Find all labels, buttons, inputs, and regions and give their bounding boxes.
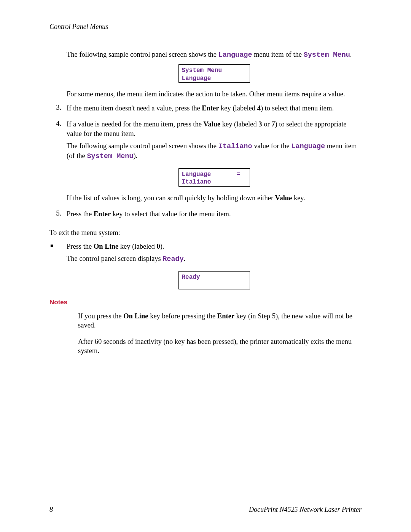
display-box-2: Language = Italiano [178,168,250,187]
key-value: Value [204,120,221,128]
bullet-body: Press the On Line key (labeled 0). The c… [67,242,362,267]
key-4: 4 [257,104,261,112]
page-footer: 8 DocuPrint N4525 Network Laser Printer [49,506,362,514]
key-online: On Line [94,243,118,250]
page-number: 8 [49,506,53,514]
box-line: System Menu [182,67,222,74]
box-line: Language [182,75,211,82]
paragraph: For some menus, the menu item indicates … [67,89,362,99]
running-header: Control Panel Menus [49,23,362,31]
text: key (labeled [219,104,257,112]
text: If a value is needed for the menu item, … [67,120,204,128]
note-1: If you press the On Line key before pres… [67,312,362,330]
key-value: Value [275,194,292,202]
display-box-1: System Menu Language [178,64,250,83]
text: The following sample control panel scree… [67,142,218,150]
text: Press the [67,243,94,250]
key-online: On Line [123,312,148,320]
text: menu item of the [252,51,304,58]
text: If you press the [78,312,123,320]
key-enter: Enter [94,210,111,218]
term-language: Language [291,142,325,150]
text: ). [160,243,164,250]
text: ). [134,152,138,160]
text: The following sample control panel scree… [67,141,362,161]
text: ) to select that menu item. [261,104,334,112]
term-system-menu: System Menu [304,51,350,59]
text: . [184,255,186,262]
text: If the menu item doesn't need a value, p… [67,104,202,112]
term-system-menu: System Menu [87,152,133,160]
bullet-item: ■ Press the On Line key (labeled 0). The… [67,242,362,267]
note-2: After 60 seconds of inactivity (no key h… [67,337,362,356]
text: key. [292,194,305,202]
box-line: Italiano [182,179,211,185]
exit-section: To exit the menu system: ■ Press the On … [49,228,362,267]
step-number: 4. [49,120,67,165]
text: Press the [67,210,94,218]
step-body: If the list of values is long, you can s… [67,193,362,206]
exit-intro: To exit the menu system: [49,228,362,237]
footer-title: DocuPrint N4525 Network Laser Printer [249,506,362,514]
text: If the list of values is long, you can s… [67,194,275,202]
text: If a value is needed for the menu item, … [67,120,362,138]
intro-paragraph: The following sample control panel scree… [67,50,362,60]
text: key before pressing the [148,312,217,320]
bullet-icon: ■ [49,242,67,267]
text: The control panel screen displays Ready. [67,254,362,264]
key-7: 7 [271,120,275,128]
text: key to select that value for the menu it… [111,210,231,218]
text: Press the On Line key (labeled 0). [67,242,362,251]
step-3: 3. If the menu item doesn't need a value… [67,104,362,116]
main-content: The following sample control panel scree… [49,50,362,356]
step-4-continued: If the list of values is long, you can s… [67,193,362,206]
step-body: If a value is needed for the menu item, … [67,120,362,165]
display-box-3: Ready [178,271,250,289]
text: key (labeled [220,120,258,128]
text: value for the [252,142,292,150]
step-number: 3. [49,104,67,116]
step-5: 5. Press the Enter key to select that va… [67,209,362,222]
text: key (labeled [118,243,156,250]
text: Press the Enter key to select that value… [67,209,362,219]
step-4: 4. If a value is needed for the menu ite… [67,120,362,165]
text: If the list of values is long, you can s… [67,193,362,203]
text: If the menu item doesn't need a value, p… [67,104,362,113]
text: . [350,51,352,58]
term-language: Language [218,51,252,59]
term-italiano: Italiano [218,142,252,150]
spacer [49,193,67,206]
step-body: Press the Enter key to select that value… [67,209,362,222]
box-line: Language = [182,171,241,178]
key-enter: Enter [202,104,219,112]
key-0: 0 [156,243,160,250]
term-ready: Ready [162,255,184,263]
key-enter: Enter [217,312,234,320]
text: The control panel screen displays [67,255,162,262]
notes-heading: Notes [49,299,362,306]
step-body: If the menu item doesn't need a value, p… [67,104,362,116]
box-line: Ready [182,274,200,281]
text: or [262,120,272,128]
step-number: 5. [49,209,67,222]
text: The following sample control panel scree… [67,51,218,58]
key-3: 3 [258,120,262,128]
